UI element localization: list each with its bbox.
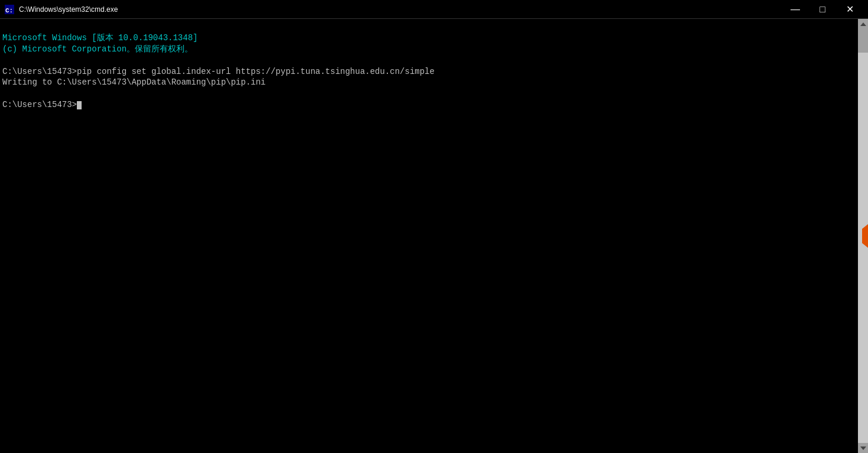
title-bar: C: C:\Windows\system32\cmd.exe — □ ✕ — [0, 0, 868, 19]
cursor — [77, 101, 82, 109]
svg-marker-3 — [860, 446, 866, 450]
line-pip-command: C:\Users\15473>pip config set global.ind… — [2, 67, 435, 76]
close-button[interactable]: ✕ — [836, 0, 863, 19]
svg-text:C:: C: — [5, 7, 13, 14]
console-body: Microsoft Windows [版本 10.0.19043.1348] (… — [0, 19, 868, 453]
scrollbar — [858, 19, 868, 453]
scrollbar-track[interactable] — [858, 29, 868, 443]
line-windows-version: Microsoft Windows [版本 10.0.19043.1348] — [2, 33, 197, 43]
cmd-window: C: C:\Windows\system32\cmd.exe — □ ✕ Mic… — [0, 0, 868, 453]
scrollbar-thumb[interactable] — [858, 29, 868, 53]
line-copyright: (c) Microsoft Corporation。保留所有权利。 — [2, 44, 193, 54]
title-bar-left: C: C:\Windows\system32\cmd.exe — [5, 5, 118, 14]
scroll-indicator — [862, 224, 868, 248]
window-title: C:\Windows\system32\cmd.exe — [19, 5, 118, 14]
console-content[interactable]: Microsoft Windows [版本 10.0.19043.1348] (… — [0, 19, 858, 453]
line-writing: Writing to C:\Users\15473\AppData\Roamin… — [2, 77, 265, 87]
scrollbar-up-button[interactable] — [858, 19, 868, 29]
line-prompt: C:\Users\15473> — [2, 100, 77, 109]
maximize-button[interactable]: □ — [809, 0, 836, 19]
scrollbar-down-button[interactable] — [858, 443, 868, 453]
svg-marker-2 — [860, 22, 866, 26]
title-bar-controls: — □ ✕ — [782, 0, 863, 19]
minimize-button[interactable]: — — [782, 0, 809, 19]
cmd-icon: C: — [5, 5, 14, 14]
